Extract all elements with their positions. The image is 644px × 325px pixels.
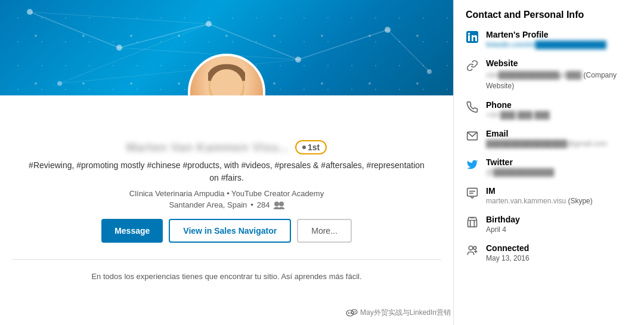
svg-point-29 (346, 310, 354, 316)
svg-rect-36 (468, 35, 470, 41)
svg-point-14 (427, 69, 432, 74)
email-value: ████████████████@gmail.com (486, 140, 632, 148)
profile-location: Santander Area, Spain • 284 (0, 200, 453, 209)
summary-text: En todos los experiencias tienes que enc… (18, 272, 435, 281)
contact-content-email: Email ████████████████@gmail.com (486, 129, 632, 148)
svg-point-20 (216, 86, 222, 92)
connected-label: Connected (486, 243, 632, 253)
link-icon (466, 59, 479, 72)
avatar (188, 54, 265, 95)
im-value: marten.van.kammen.visu (Skype) (486, 197, 632, 205)
summary-section: En todos los experiencias tienes que enc… (0, 260, 453, 293)
svg-point-25 (274, 202, 279, 206)
watermark-icon (346, 308, 358, 318)
contact-panel-title: Contact and Personal Info (466, 10, 632, 20)
connected-icon (466, 244, 479, 257)
contact-item-website: Website clini████████████pli███ (Company… (466, 58, 632, 91)
contact-item-birthday: Birthday April 4 (466, 215, 632, 234)
contact-content-website: Website clini████████████pli███ (Company… (486, 58, 632, 91)
location-text: Santander Area, Spain (169, 200, 247, 209)
more-button[interactable]: More... (297, 219, 352, 243)
profile-name: Marten Van Kammen Visu... (126, 141, 289, 154)
svg-point-23 (232, 88, 236, 92)
profile-headline: #Reviewing, #promoting mostly #chinese #… (0, 159, 453, 184)
cover-photo (0, 0, 453, 95)
svg-point-21 (231, 86, 237, 92)
im-label: IM (486, 186, 632, 196)
svg-point-11 (206, 21, 212, 27)
website-value: clini████████████pli███ (486, 71, 584, 79)
svg-point-24 (224, 95, 229, 95)
svg-point-45 (469, 246, 473, 250)
contact-content-twitter: Twitter @████████████ (486, 157, 632, 177)
svg-point-30 (348, 312, 349, 313)
svg-rect-39 (467, 188, 478, 196)
degree-dot (302, 146, 306, 149)
im-note: (Skype) (568, 197, 592, 205)
linkedin-icon (466, 30, 479, 44)
svg-point-9 (27, 9, 33, 15)
svg-point-13 (385, 27, 391, 33)
profile-organizations: Clínica Veterinaria Ampudia • YouTube Cr… (0, 189, 453, 198)
phone-label: Phone (486, 100, 632, 110)
svg-point-15 (57, 81, 62, 86)
svg-point-28 (278, 207, 284, 209)
contact-content-birthday: Birthday April 4 (486, 215, 632, 234)
svg-point-12 (295, 57, 301, 63)
twitter-value: @████████████ (486, 168, 632, 177)
svg-point-22 (218, 88, 221, 92)
watermark-text: May外贸实战与LinkedIn营销 (360, 308, 451, 318)
profile-info: Marten Van Kammen Visu... 1st #Reviewing… (0, 95, 453, 259)
profile-name-row: Marten Van Kammen Visu... 1st (0, 140, 453, 154)
linkedin-value: linkedin.com/in/██████████████ (486, 41, 632, 49)
location-separator: • (250, 200, 253, 209)
birthday-icon (466, 215, 479, 228)
contact-panel: Contact and Personal Info Marten's Profi… (453, 0, 644, 325)
website-label: Website (486, 58, 632, 68)
contact-item-phone: Phone +34 ███ ███ ███ (466, 100, 632, 119)
watermark: May外贸实战与LinkedIn营销 (346, 308, 451, 318)
action-buttons: Message View in Sales Navigator More... (0, 219, 453, 243)
connected-value: May 13, 2016 (486, 254, 632, 262)
svg-point-18 (208, 64, 245, 86)
linkedin-label: Marten's Profile (486, 30, 632, 39)
phone-icon (466, 101, 479, 114)
svg-point-37 (468, 33, 470, 35)
email-icon (466, 129, 479, 143)
im-icon (466, 187, 479, 200)
svg-point-32 (351, 309, 357, 314)
contact-item-linkedin: Marten's Profile linkedin.com/in/███████… (466, 30, 632, 49)
phone-value: +34 ███ ███ ███ (486, 111, 632, 119)
twitter-label: Twitter (486, 157, 632, 167)
contact-item-email: Email ████████████████@gmail.com (466, 129, 632, 148)
twitter-icon (466, 158, 479, 171)
contact-item-connected: Connected May 13, 2016 (466, 243, 632, 262)
connections-count: 284 (257, 200, 270, 209)
svg-rect-19 (208, 72, 245, 81)
email-label: Email (486, 129, 632, 138)
degree-label: 1st (308, 143, 320, 152)
svg-point-34 (355, 311, 356, 312)
contact-item-twitter: Twitter @████████████ (466, 157, 632, 177)
contact-content-linkedin: Marten's Profile linkedin.com/in/███████… (486, 30, 632, 49)
sales-navigator-button[interactable]: View in Sales Navigator (169, 219, 291, 243)
svg-rect-42 (468, 221, 477, 227)
svg-point-33 (353, 311, 354, 312)
contact-content-phone: Phone +34 ███ ███ ███ (486, 100, 632, 119)
svg-point-26 (279, 202, 284, 206)
svg-line-4 (388, 30, 429, 72)
message-button[interactable]: Message (101, 219, 163, 243)
degree-badge: 1st (295, 140, 327, 154)
birthday-label: Birthday (486, 215, 632, 224)
svg-line-5 (30, 12, 209, 24)
svg-line-1 (119, 24, 209, 48)
svg-point-46 (473, 246, 476, 249)
svg-line-3 (298, 30, 388, 60)
birthday-value: April 4 (486, 225, 632, 234)
contact-content-connected: Connected May 13, 2016 (486, 243, 632, 262)
contact-item-im: IM marten.van.kammen.visu (Skype) (466, 186, 632, 205)
svg-point-10 (116, 45, 122, 51)
contact-content-im: IM marten.van.kammen.visu (Skype) (486, 186, 632, 205)
connections-icon (274, 201, 284, 209)
